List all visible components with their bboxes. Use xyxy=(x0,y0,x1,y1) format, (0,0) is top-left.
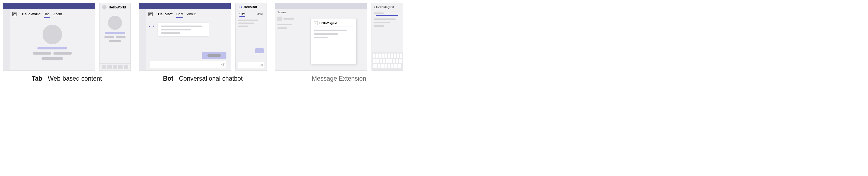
send-icon[interactable] xyxy=(260,64,263,67)
svg-rect-1 xyxy=(13,13,14,14)
mobile-header: HelloWorld xyxy=(99,3,130,12)
sidebar-item[interactable] xyxy=(277,17,299,21)
placeholder-line xyxy=(104,36,114,38)
placeholder-line xyxy=(33,52,51,55)
placeholder-line xyxy=(208,54,221,57)
app-title: HelloWorld xyxy=(22,12,40,16)
tab-mobile-window: HelloWorld xyxy=(99,3,131,71)
svg-rect-6 xyxy=(151,13,152,14)
placeholder-line xyxy=(109,40,121,42)
placeholder-line xyxy=(374,25,384,27)
user-reply xyxy=(255,48,264,53)
mobile-tabs: Chat More xyxy=(236,11,267,17)
mobile-header: ‹ HelloMsgExt xyxy=(372,3,403,11)
placeholder-line xyxy=(374,12,384,14)
card-app-icon xyxy=(314,21,318,25)
svg-point-8 xyxy=(151,26,152,27)
nav-item[interactable] xyxy=(102,65,106,69)
tab-chat[interactable]: Chat xyxy=(240,11,245,17)
tab-content xyxy=(10,18,95,60)
placeholder-line xyxy=(161,29,191,30)
placeholder-line xyxy=(105,32,125,34)
placeholder-line xyxy=(314,37,328,38)
svg-rect-14 xyxy=(315,23,316,24)
svg-point-11 xyxy=(240,7,241,7)
caption-bot: Bot - Conversational chatbot xyxy=(163,75,243,82)
placeholder-line xyxy=(54,52,72,55)
group-tab: HelloWorld Tab About HelloWorld xyxy=(3,3,131,82)
extension-card: HelloMsgExt xyxy=(310,18,356,65)
compose-input[interactable] xyxy=(238,62,265,68)
svg-rect-12 xyxy=(315,22,316,23)
nav-item[interactable] xyxy=(124,65,128,69)
app-icon xyxy=(12,12,17,16)
placeholder-line xyxy=(374,19,396,20)
svg-rect-5 xyxy=(149,13,151,14)
mobile-content xyxy=(99,12,130,46)
bot-icon xyxy=(238,5,242,9)
app-title: HelloBot xyxy=(158,12,173,16)
placeholder-line xyxy=(41,57,63,60)
placeholder-line xyxy=(277,24,292,25)
tab-desktop-window: HelloWorld Tab About xyxy=(3,3,95,71)
window-titlebar xyxy=(3,3,95,9)
card-title: HelloMsgExt xyxy=(319,22,337,25)
placeholder-line xyxy=(238,26,248,27)
tab-about[interactable]: About xyxy=(54,10,62,18)
placeholder-line xyxy=(161,26,202,27)
mobile-title: HelloWorld xyxy=(109,5,126,9)
nav-item[interactable] xyxy=(107,65,112,69)
user-reply xyxy=(202,52,226,59)
tab-tab[interactable]: Tab xyxy=(44,10,49,18)
bot-icon xyxy=(149,24,154,29)
svg-rect-13 xyxy=(316,22,317,23)
placeholder-line xyxy=(314,33,338,35)
nav-item[interactable] xyxy=(118,65,123,69)
avatar-icon xyxy=(102,5,106,9)
svg-rect-7 xyxy=(149,15,150,15)
sidebar: Teams xyxy=(275,9,301,70)
placeholder-line xyxy=(238,20,258,21)
placeholder-line xyxy=(314,30,346,31)
chat-area xyxy=(236,17,267,55)
tab-more[interactable]: More xyxy=(256,11,263,17)
avatar-placeholder xyxy=(42,25,62,44)
svg-rect-3 xyxy=(13,15,14,15)
svg-point-10 xyxy=(240,7,240,7)
card-divider xyxy=(314,27,353,27)
bot-mobile-window: HelloBot Chat More xyxy=(236,3,267,71)
bot-message xyxy=(158,23,209,37)
msgext-desktop-window: Teams HelloMsgExt xyxy=(275,3,367,71)
tab-header: HelloWorld Tab About xyxy=(3,9,95,18)
send-icon[interactable] xyxy=(221,63,225,67)
tab-chat[interactable]: Chat xyxy=(176,10,183,18)
placeholder-line xyxy=(238,23,254,24)
window-titlebar xyxy=(275,3,367,9)
caption-tab: Tab - Web-based content xyxy=(32,75,102,82)
back-icon[interactable]: ‹ xyxy=(374,5,375,9)
window-titlebar xyxy=(139,3,231,9)
placeholder-line xyxy=(374,22,390,23)
sidebar-label: Teams xyxy=(277,10,299,14)
tab-about[interactable]: About xyxy=(187,10,195,18)
keyboard[interactable] xyxy=(372,52,403,70)
search-area xyxy=(372,11,403,27)
placeholder-line xyxy=(277,27,287,29)
caption-msgext: Message Extension xyxy=(312,75,366,82)
mobile-title: HelloMsgExt xyxy=(376,5,394,9)
chat-area xyxy=(146,18,231,60)
svg-rect-2 xyxy=(14,13,16,14)
placeholder-line xyxy=(161,32,180,34)
svg-point-9 xyxy=(152,26,152,27)
group-bot: HelloBot Chat About xyxy=(139,3,267,82)
mobile-title: HelloBot xyxy=(244,5,257,9)
nav-item[interactable] xyxy=(113,65,117,69)
mobile-nav xyxy=(99,63,130,70)
compose-input[interactable] xyxy=(150,61,226,68)
left-rail xyxy=(139,9,146,70)
mobile-header: HelloBot xyxy=(236,3,267,11)
avatar-placeholder xyxy=(108,16,122,30)
app-icon xyxy=(148,12,153,16)
placeholder-line xyxy=(283,18,294,20)
diagram-row: HelloWorld Tab About HelloWorld xyxy=(0,3,868,82)
